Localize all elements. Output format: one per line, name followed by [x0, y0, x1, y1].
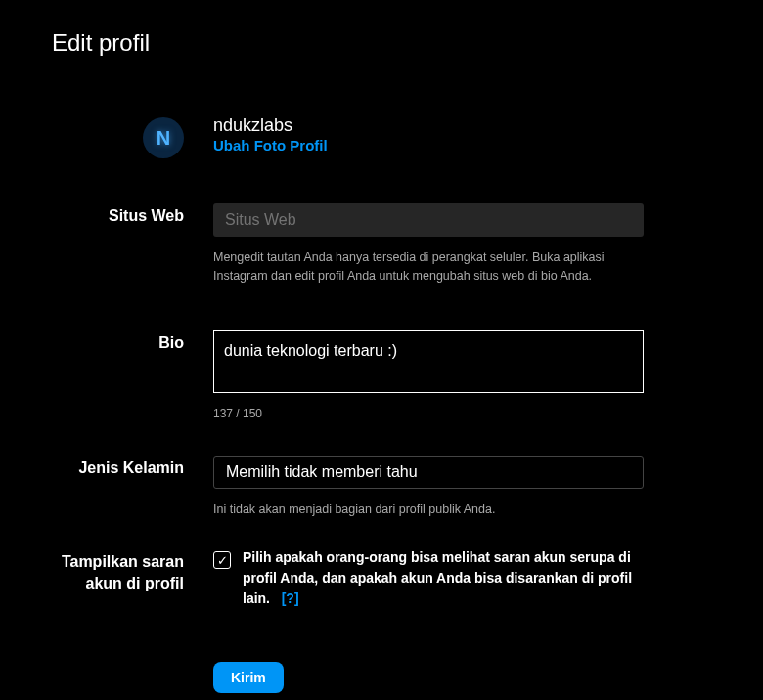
website-input — [213, 203, 644, 237]
gender-value: Memilih tidak memberi tahu — [226, 463, 418, 481]
website-help-text: Mengedit tautan Anda hanya tersedia di p… — [213, 248, 644, 285]
avatar[interactable]: N — [143, 117, 184, 158]
bio-character-count: 137 / 150 — [213, 407, 644, 420]
change-photo-button[interactable]: Ubah Foto Profil — [213, 137, 644, 153]
suggestions-label: Tampilkan saran akun di profil — [49, 547, 213, 609]
gender-select[interactable]: Memilih tidak memberi tahu — [213, 456, 644, 489]
suggestions-description: Pilih apakah orang-orang bisa melihat sa… — [243, 547, 644, 609]
check-icon: ✓ — [217, 553, 228, 568]
page-title: Edit profil — [52, 29, 714, 57]
suggestions-checkbox[interactable]: ✓ — [213, 551, 231, 569]
avatar-letter: N — [157, 127, 170, 150]
username-display: ndukzlabs — [213, 115, 644, 137]
submit-button[interactable]: Kirim — [213, 662, 284, 693]
bio-textarea[interactable] — [213, 330, 644, 393]
help-link[interactable]: [?] — [282, 591, 299, 606]
gender-label: Jenis Kelamin — [49, 456, 213, 519]
bio-label: Bio — [49, 330, 213, 420]
gender-help-text: Ini tidak akan menjadi bagian dari profi… — [213, 501, 644, 519]
website-label: Situs Web — [49, 203, 213, 285]
